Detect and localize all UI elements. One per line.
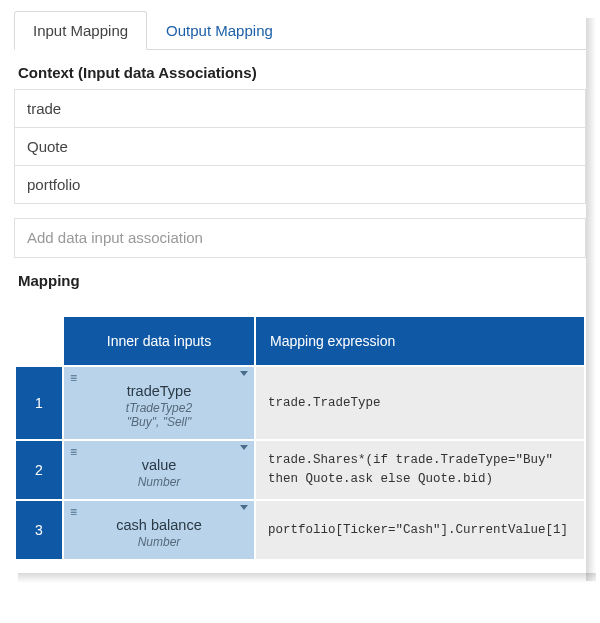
input-enum: "Buy", "Sell": [72, 415, 246, 429]
expression-cell[interactable]: trade.TradeType: [256, 367, 584, 439]
row-number: 1: [16, 367, 62, 439]
input-name: tradeType: [72, 377, 246, 399]
inner-input-cell[interactable]: ≡ cash balance Number: [64, 501, 254, 559]
context-item[interactable]: portfolio: [15, 166, 585, 204]
dropdown-caret-icon[interactable]: [240, 371, 248, 376]
header-mapping-expression: Mapping expression: [256, 317, 584, 365]
mapping-row: 2 ≡ value Number trade.Shares*(if trade.…: [16, 441, 584, 499]
context-item[interactable]: Quote: [15, 128, 585, 166]
drag-handle-icon[interactable]: ≡: [70, 505, 77, 519]
input-name: value: [72, 451, 246, 473]
dropdown-caret-icon[interactable]: [240, 445, 248, 450]
context-item[interactable]: trade: [15, 90, 585, 128]
row-number: 2: [16, 441, 62, 499]
tab-input-mapping[interactable]: Input Mapping: [14, 11, 147, 50]
input-type: Number: [72, 535, 246, 549]
add-association-input[interactable]: [27, 229, 573, 246]
header-empty: [16, 317, 62, 365]
mapping-table: Inner data inputs Mapping expression 1 ≡…: [14, 315, 586, 561]
header-inner-inputs: Inner data inputs: [64, 317, 254, 365]
mapping-row: 1 ≡ tradeType tTradeType2 "Buy", "Sell" …: [16, 367, 584, 439]
add-association-row[interactable]: [14, 218, 586, 258]
drag-handle-icon[interactable]: ≡: [70, 371, 77, 385]
mapping-title: Mapping: [14, 258, 586, 297]
expression-cell[interactable]: portfolio[Ticker="Cash"].CurrentValue[1]: [256, 501, 584, 559]
context-title: Context (Input data Associations): [14, 50, 586, 89]
input-type: Number: [72, 475, 246, 489]
dropdown-caret-icon[interactable]: [240, 505, 248, 510]
input-name: cash balance: [72, 511, 246, 533]
mapping-panel: Input Mapping Output Mapping Context (In…: [10, 10, 590, 575]
row-number: 3: [16, 501, 62, 559]
drag-handle-icon[interactable]: ≡: [70, 445, 77, 459]
context-association-list: trade Quote portfolio: [14, 89, 586, 204]
inner-input-cell[interactable]: ≡ value Number: [64, 441, 254, 499]
tab-output-mapping[interactable]: Output Mapping: [147, 11, 292, 50]
mapping-row: 3 ≡ cash balance Number portfolio[Ticker…: [16, 501, 584, 559]
expression-cell[interactable]: trade.Shares*(if trade.TradeType="Buy" t…: [256, 441, 584, 499]
inner-input-cell[interactable]: ≡ tradeType tTradeType2 "Buy", "Sell": [64, 367, 254, 439]
input-type: tTradeType2: [72, 401, 246, 415]
tab-bar: Input Mapping Output Mapping: [14, 10, 586, 50]
